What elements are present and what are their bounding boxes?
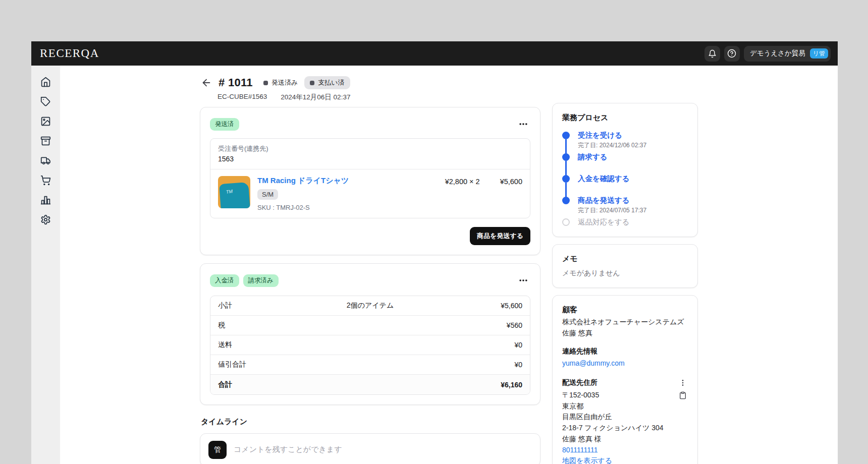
subtotal-label: 小計	[218, 301, 304, 310]
step-completed-date: 完了日: 2024/07/05 17:37	[578, 206, 688, 215]
process-steps: 受注を受ける 完了日: 2024/12/06 02:37 請求する	[562, 131, 688, 227]
product-thumbnail[interactable]: TM	[218, 176, 250, 208]
process-step-invoice: 請求する	[562, 152, 688, 174]
step-completed-date: 完了日: 2024/12/06 02:37	[578, 141, 688, 150]
status-dot	[263, 81, 268, 85]
step-link[interactable]: 入金を確認する	[578, 175, 630, 183]
process-step-receive-order: 受注を受ける 完了日: 2024/12/06 02:37	[562, 131, 688, 152]
step-link[interactable]: 受注を受ける	[578, 131, 622, 139]
step-dot-icon	[562, 153, 570, 161]
payment-card: 入金済 請求済み 小計 2個のアイテム ¥5,600	[200, 263, 540, 405]
total-value: ¥6,160	[437, 381, 522, 389]
show-map-link[interactable]: 地図を表示する	[562, 455, 612, 464]
step-link[interactable]: 商品を発送する	[578, 196, 630, 204]
payment-menu-button[interactable]	[516, 273, 530, 287]
discount-label: 値引合計	[218, 360, 304, 369]
tshirt-image	[219, 182, 250, 208]
clipboard-icon	[679, 391, 687, 399]
ref-label: 受注番号(連携先)	[218, 144, 522, 153]
sidebar-item-products[interactable]	[40, 96, 51, 107]
step-link: 返品対応をする	[578, 218, 630, 226]
top-bar: RECERQA デモうえさか貿易 リ管	[31, 41, 838, 66]
shipping-fee-label: 送料	[218, 340, 304, 350]
subtotal-value: ¥5,600	[437, 302, 522, 310]
customer-name: 佐藤 悠真	[562, 328, 688, 339]
ship-items-button[interactable]: 商品を発送する	[470, 227, 530, 245]
customer-phone-link[interactable]: 8011111111	[562, 445, 598, 456]
order-ref-section: 受注番号(連携先) 1563	[210, 139, 530, 169]
sidebar-item-shipping[interactable]	[40, 155, 51, 166]
main-content: # 1011 発送済み 支払い済 EC-CUBE#1563 2024年12月06…	[60, 66, 838, 464]
memo-empty-text: メモがありません	[562, 269, 688, 278]
arrow-left-icon	[201, 77, 212, 88]
address-line-recipient: 佐藤 悠真 様	[562, 434, 688, 445]
help-button[interactable]	[724, 46, 740, 62]
step-dot-icon	[562, 132, 570, 139]
app-window: RECERQA デモうえさか貿易 リ管	[31, 41, 838, 464]
total-label: 合計	[218, 380, 304, 389]
fulfillment-menu-button[interactable]	[516, 117, 530, 131]
comment-input[interactable]	[234, 441, 532, 453]
sidebar-item-inventory[interactable]	[40, 136, 51, 146]
product-title-link[interactable]: TM Racing ドライTシャツ	[257, 176, 349, 185]
tenant-role-badge: リ管	[810, 48, 828, 59]
cart-icon	[40, 175, 51, 186]
tag-icon	[40, 96, 51, 107]
step-dot-icon	[562, 197, 570, 204]
order-header: # 1011 発送済み 支払い済	[200, 76, 540, 89]
shipping-fee-row: 送料 ¥0	[210, 335, 530, 355]
copy-address-button[interactable]	[678, 390, 688, 400]
status-paid-label: 支払い済	[318, 78, 344, 87]
customer-email-link[interactable]: yuma@dummy.com	[562, 358, 625, 369]
address-line-prefecture: 東京都	[562, 401, 688, 412]
line-item-row: TM TM Racing ドライTシャツ S/M SKU : TMRJ-02-S…	[210, 169, 530, 218]
order-datetime: 2024年12月06日 02:37	[281, 93, 350, 102]
truck-icon	[40, 155, 51, 166]
app-logo: RECERQA	[40, 47, 99, 60]
variant-badge: S/M	[257, 189, 278, 200]
order-status-shipped: 発送済み	[263, 78, 298, 87]
sidebar-item-orders[interactable]	[40, 175, 51, 186]
product-sku: SKU : TMRJ-02-S	[257, 204, 438, 211]
comment-card: 管	[200, 433, 540, 464]
customer-title: 顧客	[562, 305, 688, 315]
invoiced-badge: 請求済み	[243, 274, 279, 287]
totals-table: 小計 2個のアイテム ¥5,600 税 ¥560 送料	[210, 296, 530, 395]
address-menu-button[interactable]	[678, 378, 688, 388]
paid-badge: 入金済	[210, 274, 239, 287]
unit-price: ¥2,800 × 2	[445, 178, 480, 186]
discount-row: 値引合計 ¥0	[210, 355, 530, 375]
memo-title: メモ	[562, 254, 688, 264]
step-circle-icon	[562, 218, 570, 226]
sidebar-item-media[interactable]	[40, 116, 51, 127]
address-line-city: 目黒区自由が丘	[562, 412, 688, 423]
sidebar-item-home[interactable]	[40, 77, 51, 87]
customer-card: 顧客 株式会社ネオフューチャーシステムズ 佐藤 悠真 連絡先情報 yuma@du…	[552, 295, 698, 464]
sidebar-item-settings[interactable]	[40, 214, 51, 225]
bell-icon	[708, 49, 717, 58]
subtotal-note: 2個のアイテム	[304, 301, 437, 310]
gear-icon	[40, 214, 51, 225]
process-step-returns: 返品対応をする	[562, 217, 688, 227]
total-row: 合計 ¥6,160	[210, 375, 530, 394]
tax-label: 税	[218, 321, 304, 330]
line-amount: ¥5,600	[500, 178, 522, 186]
notifications-button[interactable]	[704, 46, 720, 62]
sidebar-item-analytics[interactable]	[40, 195, 51, 205]
bar-chart-icon	[40, 195, 51, 205]
tenant-menu[interactable]: デモうえさか貿易 リ管	[744, 46, 831, 62]
step-dot-icon	[562, 175, 570, 183]
shipping-fee-value: ¥0	[437, 341, 522, 349]
fulfillment-card: 発送済 受注番号(連携先) 1563	[200, 107, 540, 255]
order-source: EC-CUBE#1563	[218, 93, 267, 102]
subtotal-row: 小計 2個のアイテム ¥5,600	[210, 296, 530, 316]
back-button[interactable]	[201, 77, 212, 88]
tax-value: ¥560	[437, 321, 522, 329]
address-line-street: 2-18-7 フィクションハイツ 304	[562, 423, 688, 434]
step-link[interactable]: 請求する	[578, 153, 608, 161]
help-icon	[727, 49, 736, 58]
shipping-address-title: 配送先住所	[562, 378, 598, 387]
ref-value: 1563	[218, 155, 522, 163]
process-step-confirm-payment: 入金を確認する	[562, 174, 688, 196]
process-title: 業務プロセス	[562, 113, 688, 123]
